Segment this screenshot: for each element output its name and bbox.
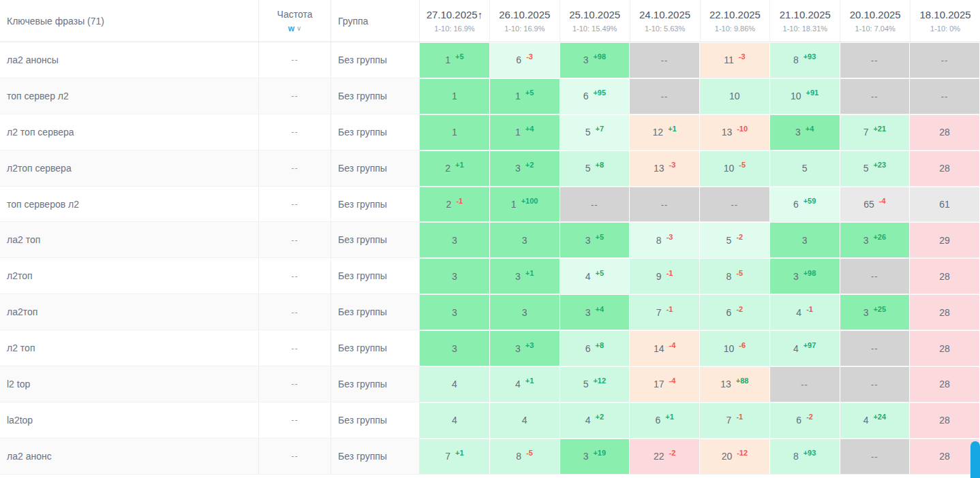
position-cell: 6-3 [490, 42, 560, 78]
position-cell: 28 [910, 150, 980, 186]
date-header-top10-percent: 1-10: 5.63% [645, 25, 685, 33]
position-change: -3 [667, 233, 673, 241]
group-cell[interactable]: Без группы [331, 402, 420, 438]
position-value: 1 [452, 127, 457, 138]
position-cell: 1+4 [490, 114, 560, 150]
position-change: +97 [803, 341, 816, 349]
keyword-cell[interactable]: л2 топ [0, 330, 259, 366]
position-cell: 17-4 [630, 366, 700, 402]
position-change: -12 [737, 449, 748, 457]
group-cell[interactable]: Без группы [331, 42, 420, 78]
position-value: 3 [793, 271, 799, 282]
position-cell: 3 [420, 330, 490, 366]
group-cell[interactable]: Без группы [331, 187, 420, 222]
keyword-cell[interactable]: l2 top [0, 366, 259, 402]
position-value: 1 [511, 199, 517, 210]
date-column-header[interactable]: 26.10.2025 1-10: 16.9% [490, 0, 560, 42]
position-value: 28 [939, 163, 950, 174]
position-cell: 14-4 [630, 330, 700, 366]
position-change: +25 [873, 305, 886, 313]
position-change: -3 [669, 161, 676, 169]
position-change: +98 [593, 52, 606, 61]
position-change: -4 [669, 341, 676, 349]
date-column-header[interactable]: 21.10.2025 1-10: 18.31% [770, 0, 840, 42]
position-value: 4 [452, 379, 457, 389]
position-cell: 3 [490, 294, 560, 330]
group-cell[interactable]: Без группы [331, 439, 420, 474]
group-cell[interactable]: Без группы [331, 330, 420, 366]
frequency-filter-dropdown[interactable]: w ∨ [288, 24, 302, 33]
position-change: +1 [665, 413, 674, 421]
position-value: 10 [729, 91, 740, 101]
position-cell: 4 [420, 402, 490, 438]
position-value: 6 [516, 54, 521, 65]
keyword-cell[interactable]: ла2 анонсы [0, 42, 259, 78]
position-value: 2 [445, 163, 450, 174]
position-change: +1 [525, 269, 534, 277]
position-cell-no-data: -- [840, 330, 910, 366]
position-change: -2 [736, 233, 743, 241]
group-cell[interactable]: Без группы [331, 114, 420, 150]
position-cell: 7+1 [420, 439, 490, 474]
position-cell-no-data: -- [630, 187, 700, 222]
position-change: +5 [596, 269, 604, 277]
group-cell[interactable]: Без группы [331, 150, 420, 186]
position-cell: 2-1 [420, 187, 490, 222]
vertical-scrollbar-thumb[interactable] [970, 441, 980, 478]
keyword-cell[interactable]: л2топ [0, 258, 259, 293]
frequency-cell: -- [259, 439, 331, 474]
position-cell: 28 [910, 114, 980, 150]
position-value: 6 [583, 91, 589, 101]
date-header-label: 22.10.2025 [709, 9, 761, 20]
position-value: 12 [653, 127, 664, 138]
group-cell[interactable]: Без группы [331, 78, 420, 114]
position-value: 2 [446, 199, 452, 210]
position-cell: 6+8 [560, 330, 630, 366]
keyword-cell[interactable]: топ сервер л2 [0, 78, 259, 114]
group-cell[interactable]: Без группы [331, 222, 420, 257]
position-change: +5 [525, 89, 534, 97]
position-change: +88 [736, 377, 749, 385]
position-cell-no-data: -- [840, 258, 910, 293]
table-row: ла2 анонс -- Без группы 7+18-53+1922-220… [0, 439, 980, 475]
position-change: +23 [873, 161, 886, 169]
position-cell: 5+23 [840, 150, 910, 186]
position-change: -1 [806, 305, 813, 313]
position-cell: 12+1 [630, 114, 700, 150]
no-data-dash: -- [871, 343, 878, 353]
date-column-header[interactable]: 25.10.2025 1-10: 15.49% [560, 0, 630, 42]
group-cell[interactable]: Без группы [331, 366, 420, 402]
position-change: -3 [739, 52, 746, 61]
keyword-cell[interactable]: ла2 анонс [0, 439, 259, 474]
position-change: +2 [596, 413, 604, 421]
position-value: 22 [654, 451, 664, 462]
frequency-filter-value: w [288, 24, 294, 33]
keyword-cell[interactable]: топ серверов л2 [0, 187, 259, 222]
position-value: 3 [452, 271, 457, 282]
position-value: 13 [654, 163, 664, 174]
no-data-dash: -- [661, 91, 669, 101]
keyword-cell[interactable]: ла2топ [0, 294, 259, 330]
date-column-header[interactable]: 18.10.2025 1-10: 0% [910, 0, 980, 42]
no-data-dash: -- [661, 55, 669, 65]
position-cell: 4 [490, 402, 560, 438]
date-column-header[interactable]: 20.10.2025 1-10: 7.04% [840, 0, 910, 42]
keyword-cell[interactable]: л2 топ сервера [0, 114, 259, 150]
date-column-header[interactable]: 27.10.2025↑ 1-10: 16.9% [420, 0, 490, 42]
position-value: 3 [583, 451, 589, 462]
frequency-cell: -- [259, 114, 331, 150]
position-cell: 10 [700, 78, 770, 114]
group-cell[interactable]: Без группы [331, 258, 420, 293]
position-cell: 4+5 [560, 258, 630, 293]
position-change: -1 [456, 197, 463, 205]
position-value: 6 [655, 415, 660, 426]
keyword-cell[interactable]: л2топ сервера [0, 150, 259, 186]
position-cell: 3+3 [490, 330, 560, 366]
keyword-cell[interactable]: ла2 топ [0, 222, 259, 257]
group-cell[interactable]: Без группы [331, 294, 420, 330]
keyword-cell[interactable]: la2top [0, 402, 259, 438]
date-header-label: 18.10.2025 [920, 9, 971, 20]
date-column-header[interactable]: 24.10.2025 1-10: 5.63% [630, 0, 701, 42]
position-change: -1 [736, 413, 743, 421]
date-column-header[interactable]: 22.10.2025 1-10: 9.86% [701, 0, 771, 42]
